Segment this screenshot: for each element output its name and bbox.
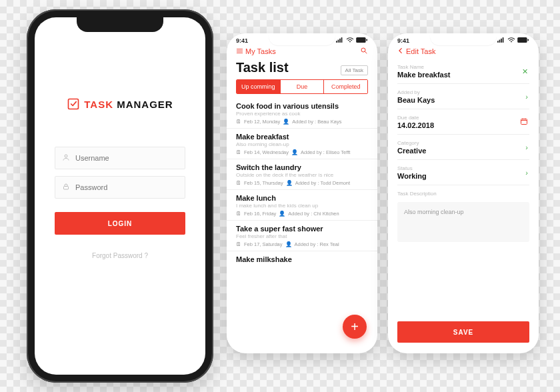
tasklist-navbar: My Tasks [227,44,377,56]
calendar-icon [520,117,528,127]
calendar-icon: 🗓 [236,241,241,247]
close-icon[interactable]: ✕ [522,67,528,75]
svg-rect-12 [501,39,502,43]
task-title: Make breakfast [236,133,368,141]
tab-due[interactable]: Due [280,80,324,93]
svg-rect-11 [499,40,501,43]
svg-rect-15 [527,39,529,41]
svg-rect-8 [366,39,367,41]
description-textarea[interactable]: Also morning clean-up [397,202,529,242]
notch [430,33,497,45]
phone-frame-edittask: 9:41 Edit Task Task Name Make breakfast … [388,33,539,353]
chevron-right-icon: › [525,169,528,177]
password-field-wrap[interactable] [55,176,185,199]
task-meta: 🗓 Feb 12, Monday 👤 Added by : Beau Kays [236,119,368,125]
checkbox-logo-icon [67,97,80,111]
svg-rect-0 [69,99,79,109]
tab-upcoming[interactable]: Up comming [237,80,280,93]
search-icon[interactable] [360,47,368,56]
svg-rect-13 [503,37,504,43]
field-due-date[interactable]: Due date 14.02.2018 [397,109,529,135]
field-label: Category [397,140,529,146]
field-label: Added by [397,89,529,95]
forgot-password-link[interactable]: Forgot Password ? [55,252,185,259]
task-row[interactable]: Make breakfast Also morning clean-up 🗓 F… [227,129,377,159]
status-indicators [497,37,529,44]
task-row[interactable]: Take a super fast shower Feel fresher af… [227,221,377,251]
task-subtitle: Also morning clean-up [236,141,368,147]
phone-frame-login: TASK MANAGER LOGIN Forgot Password ? [27,9,213,383]
all-task-chip[interactable]: All Task [341,65,368,75]
navbar-title: My Tasks [245,47,276,55]
menu-icon [236,47,243,56]
wifi-icon [346,37,354,44]
username-field-wrap[interactable] [55,147,185,169]
user-icon: 👤 [291,149,298,155]
back-my-tasks[interactable]: My Tasks [236,47,276,56]
edit-form: Task Name Make breakfast ✕ Added by Beau… [388,56,539,242]
username-input[interactable] [75,154,178,162]
task-title: Make lunch [236,194,368,202]
svg-rect-6 [341,37,343,43]
field-value: 14.02.2018 [397,121,529,129]
user-icon: 👤 [286,180,293,186]
battery-icon [356,37,368,44]
task-row[interactable]: Cook food in various utensils Proven exp… [227,98,377,129]
task-subtitle: I make lunch and the kids clean up [236,203,368,209]
field-task-name[interactable]: Task Name Make breakfast ✕ [397,59,529,84]
status-time: 9:41 [397,37,409,44]
field-value: Make breakfast [397,71,529,79]
field-added-by[interactable]: Added by Beau Kays › [397,84,529,109]
svg-point-1 [65,155,67,157]
svg-rect-10 [497,41,499,43]
app-logo-text: TASK MANAGER [84,99,173,110]
svg-rect-2 [64,187,69,190]
wifi-icon [507,37,515,44]
phone-frame-tasklist: 9:41 My Tasks Task list All Task [227,33,377,353]
plus-icon: + [351,319,359,335]
task-subtitle: Feel fresher after that [236,233,368,239]
description-label: Task Description [397,191,529,197]
svg-rect-3 [336,41,337,43]
chevron-left-icon [397,47,404,56]
field-status[interactable]: Status Working › [397,160,529,185]
task-subtitle: Proven experience as cook [236,111,368,117]
tab-completed[interactable]: Completed [323,80,367,93]
svg-rect-14 [517,37,527,43]
task-title: Make milkshake [236,255,368,263]
field-category[interactable]: Category Creative › [397,135,529,160]
calendar-icon: 🗓 [236,180,241,186]
calendar-icon: 🗓 [236,211,241,217]
signal-icon [336,37,344,44]
task-row[interactable]: Switch the laundry Outside on the deck i… [227,159,377,190]
task-row[interactable]: Make lunch I make lunch and the kids cle… [227,190,377,221]
status-indicators [336,37,368,44]
field-value: Beau Kays [397,96,529,104]
login-button[interactable]: LOGIN [55,212,185,235]
field-label: Due date [397,115,529,121]
page-title: Task list [236,60,289,75]
password-input[interactable] [75,183,178,191]
user-icon: 👤 [283,119,289,125]
calendar-icon: 🗓 [236,149,241,155]
edit-navbar[interactable]: Edit Task [388,44,539,56]
task-row[interactable]: Make milkshake [227,251,377,267]
task-meta: 🗓 Feb 16, Friday 👤 Added by : Chi Kitche… [236,211,368,217]
save-button[interactable]: SAVE [397,321,529,343]
task-title: Take a super fast shower [236,225,368,233]
svg-point-9 [361,48,365,52]
user-icon [62,152,70,164]
notch [77,17,163,32]
chevron-right-icon: › [525,143,528,151]
field-value: Creative [397,147,529,155]
navbar-title: Edit Task [406,47,435,55]
task-meta: 🗓 Feb 17, Saturday 👤 Added by : Rex Teal [236,241,368,247]
add-task-fab[interactable]: + [343,315,367,339]
task-title: Cook food in various utensils [236,102,368,110]
app-logo: TASK MANAGER [55,97,185,111]
login-container: TASK MANAGER LOGIN Forgot Password ? [35,17,205,259]
signal-icon [497,37,505,44]
field-label: Task Name [397,64,529,70]
login-screen: TASK MANAGER LOGIN Forgot Password ? [35,17,205,375]
svg-rect-5 [339,39,341,43]
